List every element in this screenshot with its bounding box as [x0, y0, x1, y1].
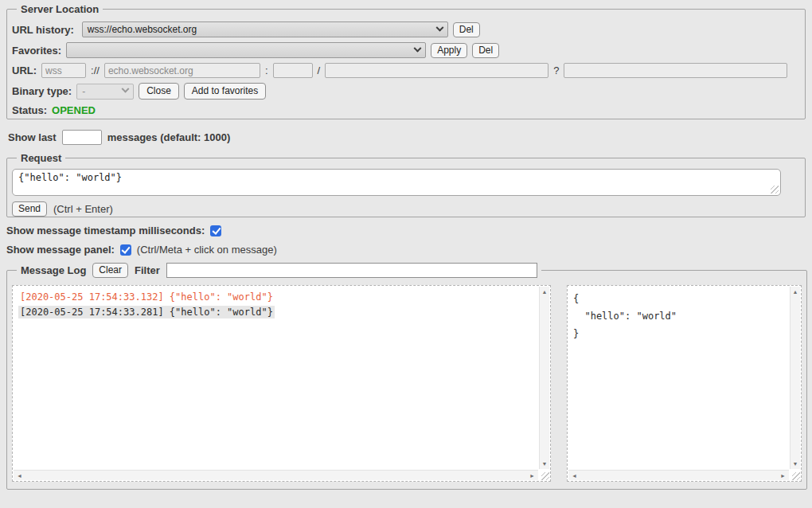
scroll-left-icon[interactable]: ◄ — [17, 473, 22, 479]
url-scheme-separator: :// — [91, 64, 100, 76]
panel-checkbox[interactable] — [120, 244, 131, 256]
server-location-legend: Server Location — [17, 3, 103, 15]
status-label: Status: — [12, 104, 47, 116]
url-port-separator: : — [265, 64, 268, 76]
show-last-input[interactable] — [62, 130, 102, 145]
status-row: Status: OPENED — [12, 104, 800, 116]
log-entry[interactable]: [2020-05-25 17:54:33.132] {"hello": "wor… — [18, 290, 533, 305]
url-path-input[interactable] — [325, 63, 548, 78]
message-log-panels: [2020-05-25 17:54:33.132] {"hello": "wor… — [12, 285, 802, 482]
log-entries: [2020-05-25 17:54:33.132] {"hello": "wor… — [14, 287, 538, 469]
panel-option-row: Show message panel: (Ctrl/Meta + click o… — [6, 244, 806, 256]
scroll-right-icon[interactable]: ► — [529, 473, 535, 479]
close-button[interactable]: Close — [139, 83, 179, 100]
show-last-label: Show last — [8, 131, 57, 143]
filter-label: Filter — [135, 264, 160, 276]
message-detail-text: { "hello": "world" } — [568, 287, 789, 469]
log-horizontal-scrollbar[interactable]: ◄ ► — [14, 470, 538, 480]
show-last-suffix-label: messages (default: 1000) — [107, 131, 231, 143]
server-location-fieldset: Server Location URL history: wss://echo.… — [6, 3, 806, 119]
url-history-select[interactable]: wss://echo.websocket.org — [82, 21, 448, 37]
show-last-row: Show last messages (default: 1000) — [8, 130, 806, 145]
chevron-down-icon — [435, 23, 443, 31]
send-shortcut-hint: (Ctrl + Enter) — [53, 203, 113, 215]
scroll-right-icon[interactable]: ► — [780, 473, 786, 479]
request-text: {"hello": "world"} — [18, 172, 122, 183]
request-input[interactable]: {"hello": "world"} — [12, 169, 781, 196]
request-fieldset: Request {"hello": "world"} Send (Ctrl + … — [6, 152, 806, 217]
url-query-input[interactable] — [564, 63, 787, 78]
binary-type-select[interactable]: - — [76, 84, 134, 100]
message-detail-panel: { "hello": "world" } ▲ ▼ ◄ ► — [567, 285, 802, 482]
scroll-down-icon[interactable]: ▼ — [542, 461, 548, 467]
url-path-separator: / — [318, 64, 321, 76]
timestamp-checkbox[interactable] — [210, 225, 221, 236]
url-query-separator: ? — [553, 64, 559, 76]
detail-horizontal-scrollbar[interactable]: ◄ ► — [568, 470, 789, 480]
websocket-client-page: { "colors": { "checkbox_blue": "#2e6de0"… — [0, 0, 812, 508]
url-history-selected-value: wss://echo.websocket.org — [88, 24, 197, 35]
panel-option-label: Show message panel: — [6, 244, 115, 256]
scroll-up-icon[interactable]: ▲ — [542, 289, 548, 295]
binary-type-label: Binary type: — [12, 85, 72, 97]
filter-input[interactable] — [166, 263, 537, 278]
timestamp-option-row: Show message timestamp milliseconds: — [6, 225, 806, 236]
log-entry[interactable]: [2020-05-25 17:54:33.281] {"hello": "wor… — [18, 305, 533, 320]
log-panel: [2020-05-25 17:54:33.132] {"hello": "wor… — [12, 285, 551, 482]
panel-option-hint: (Ctrl/Meta + click on message) — [137, 244, 277, 256]
clear-log-button[interactable]: Clear — [92, 263, 128, 278]
url-scheme-input[interactable] — [41, 63, 86, 78]
binary-type-selected-value: - — [82, 86, 85, 97]
request-legend: Request — [17, 152, 65, 164]
log-vertical-scrollbar[interactable]: ▲ ▼ — [539, 287, 549, 469]
server-location-title: Server Location — [21, 3, 99, 15]
status-badge: OPENED — [52, 104, 96, 116]
url-history-row: URL history: wss://echo.websocket.org De… — [12, 21, 800, 37]
resize-grip-icon[interactable] — [792, 472, 800, 480]
message-log-title: Message Log — [21, 264, 86, 276]
url-port-input[interactable] — [273, 63, 313, 78]
chevron-down-icon — [122, 85, 130, 93]
favorites-label: Favorites: — [12, 45, 61, 57]
chevron-down-icon — [414, 44, 422, 52]
resize-grip-icon[interactable] — [541, 472, 549, 480]
message-log-fieldset: Message Log Clear Filter [2020-05-25 17:… — [6, 263, 807, 490]
message-log-legend: Message Log Clear Filter — [17, 263, 541, 278]
resize-grip-icon[interactable] — [771, 186, 779, 193]
favorites-apply-button[interactable]: Apply — [431, 43, 467, 58]
favorites-select[interactable] — [66, 42, 426, 58]
detail-vertical-scrollbar[interactable]: ▲ ▼ — [790, 287, 800, 469]
url-row: URL: :// : / ? — [12, 63, 800, 78]
favorites-del-button[interactable]: Del — [472, 43, 499, 58]
favorites-row: Favorites: Apply Del — [12, 42, 800, 58]
binary-type-row: Binary type: - Close Add to favorites — [12, 83, 800, 100]
scroll-up-icon[interactable]: ▲ — [793, 289, 798, 295]
url-history-del-button[interactable]: Del — [453, 22, 480, 37]
send-button[interactable]: Send — [12, 201, 47, 217]
scroll-down-icon[interactable]: ▼ — [793, 461, 798, 467]
send-row: Send (Ctrl + Enter) — [12, 201, 800, 217]
url-history-label: URL history: — [12, 24, 74, 36]
scroll-left-icon[interactable]: ◄ — [572, 473, 577, 479]
url-host-input[interactable] — [104, 63, 260, 78]
timestamp-option-label: Show message timestamp milliseconds: — [6, 225, 205, 236]
url-label: URL: — [12, 64, 37, 76]
request-title: Request — [21, 152, 61, 164]
add-to-favorites-button[interactable]: Add to favorites — [184, 83, 266, 100]
